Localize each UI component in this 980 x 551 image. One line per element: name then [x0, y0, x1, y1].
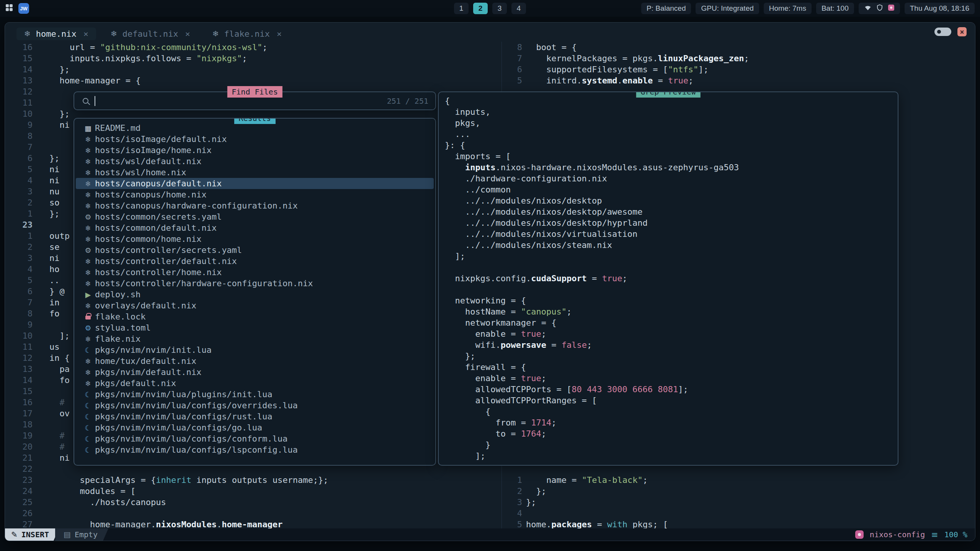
result-filename: hosts/controller/secrets.yaml	[95, 245, 242, 255]
workspace-switcher: 1234	[454, 3, 526, 14]
result-item[interactable]: ☾pkgs/nvim/nvim/lua/configs/overrides.lu…	[76, 400, 434, 411]
result-filename: hosts/controller/default.nix	[95, 256, 237, 266]
lua-icon: ☾	[81, 412, 95, 421]
tab-home.nix[interactable]: ❄home.nix×	[16, 28, 96, 40]
line-text: };	[33, 64, 70, 75]
workspace-3[interactable]: 3	[492, 3, 507, 14]
line-text	[33, 386, 49, 397]
result-item[interactable]: ❄hosts/wsl/home.nix	[76, 167, 434, 178]
result-item[interactable]: ☾pkgs/nvim/nvim/lua/configs/rust.lua	[76, 411, 434, 422]
result-item[interactable]: ❄flake.nix	[76, 333, 434, 344]
result-filename: hosts/canopus/default.nix	[95, 179, 222, 188]
result-item[interactable]: ❄hosts/canopus/default.nix	[76, 178, 434, 189]
workspace-2[interactable]: 2	[473, 3, 488, 14]
line-text	[33, 130, 49, 142]
module-1[interactable]: GPU: Integrated	[696, 3, 759, 14]
result-filename: pkgs/nvim/nvim/lua/configs/go.lua	[95, 423, 262, 432]
result-filename: hosts/wsl/default.nix	[95, 156, 201, 166]
editor-line[interactable]: 25 ./hosts/canopus	[5, 497, 501, 508]
workspace-4[interactable]: 4	[511, 3, 526, 14]
editor-line[interactable]: 6 supportedFilesystems = ["ntfs"];	[504, 64, 975, 75]
shield-icon[interactable]	[876, 4, 883, 13]
editor-line[interactable]: 4	[504, 508, 975, 519]
result-item[interactable]: ☾pkgs/nvim/nvim/lua/configs/lspconfig.lu…	[76, 444, 434, 455]
result-item[interactable]: ❄hosts/isoImage/home.nix	[76, 145, 434, 156]
line-text	[33, 142, 49, 153]
result-item[interactable]: ⚙hosts/controller/secrets.yaml	[76, 245, 434, 256]
result-item[interactable]: ☾pkgs/nvim/nvim/lua/configs/conform.lua	[76, 433, 434, 444]
editor-line[interactable]: 13 home-manager = {	[5, 75, 501, 86]
editor-line[interactable]: 5 initrd.systemd.enable = true;	[504, 75, 975, 86]
sh-icon: ▶	[81, 290, 95, 299]
result-item[interactable]: ❄hosts/common/default.nix	[76, 222, 434, 233]
editor-line[interactable]: 14 };	[5, 64, 501, 75]
module-2[interactable]: Home: 7ms	[764, 3, 812, 14]
result-item[interactable]: ❄hosts/isoImage/default.nix	[76, 134, 434, 145]
editor-line[interactable]: 26	[5, 508, 501, 519]
result-item[interactable]: ❄pkgs/nvim/default.nix	[76, 367, 434, 378]
find-files-popup: Find Files 251 / 251	[74, 91, 436, 110]
tab-default.nix[interactable]: ❄default.nix×	[103, 28, 198, 40]
line-number: 13	[5, 364, 33, 375]
lock-icon	[81, 313, 95, 321]
nix-icon: ❄	[81, 191, 95, 199]
module-3[interactable]: Bat: 100	[816, 3, 854, 14]
scroll-percent: 100 %	[944, 530, 967, 539]
editor-line[interactable]: 23 specialArgs = {inherit inputs outputs…	[5, 474, 501, 486]
line-text: inputs.nixpkgs.follows = "nixpkgs";	[33, 53, 247, 64]
result-item[interactable]: ☾pkgs/nvim/nvim/lua/configs/go.lua	[76, 422, 434, 433]
result-item[interactable]: ☾pkgs/nvim/nvim/lua/plugins/init.lua	[76, 389, 434, 400]
window-close-button[interactable]: ×	[957, 27, 967, 36]
editor-line[interactable]: 15 inputs.nixpkgs.follows = "nixpkgs";	[5, 53, 501, 64]
result-item[interactable]: ❄hosts/common/home.nix	[76, 233, 434, 245]
editor-line[interactable]: 16 url = "github:nix-community/nixos-wsl…	[5, 42, 501, 53]
clock[interactable]: Thu Aug 08, 18:16	[905, 3, 975, 14]
result-filename: hosts/isoImage/home.nix	[95, 145, 212, 155]
result-item[interactable]: ❄hosts/canopus/home.nix	[76, 189, 434, 200]
tray	[859, 3, 900, 14]
result-item[interactable]: ▦README.md	[76, 122, 434, 134]
palette-icon[interactable]	[888, 4, 895, 13]
result-filename: pkgs/nvim/nvim/lua/configs/rust.lua	[95, 412, 273, 421]
nix-icon: ❄	[81, 146, 95, 155]
yaml-icon: ⚙	[81, 213, 95, 221]
preview-line: inputs.nixos-hardware.nixosModules.asus-…	[445, 162, 898, 173]
result-item[interactable]: ❄hosts/controller/home.nix	[76, 267, 434, 278]
editor-line[interactable]: 2 };	[504, 486, 975, 497]
workspace-1[interactable]: 1	[454, 3, 469, 14]
editor-line[interactable]: 3};	[504, 497, 975, 508]
result-item[interactable]: ❄hosts/controller/default.nix	[76, 256, 434, 267]
result-item[interactable]: ☾pkgs/nvim/nvim/init.lua	[76, 344, 434, 355]
line-text: home-manager = {	[33, 75, 140, 86]
editor-line[interactable]: 24 modules = [	[5, 486, 501, 497]
result-item[interactable]: ❄hosts/canopus/hardware-configuration.ni…	[76, 200, 434, 211]
editor-line[interactable]: 7 kernelPackages = pkgs.linuxPackages_ze…	[504, 53, 975, 64]
result-item[interactable]: ❄home/tux/default.nix	[76, 355, 434, 367]
tab-flake.nix[interactable]: ❄flake.nix×	[205, 28, 289, 40]
editor-line[interactable]: 1 name = "Tela-black";	[504, 474, 975, 486]
tab-close-button[interactable]: ×	[277, 29, 282, 39]
line-number: 3	[5, 186, 33, 197]
result-filename: home/tux/default.nix	[95, 356, 196, 366]
line-number: 6	[504, 64, 522, 75]
result-item[interactable]: ▶deploy.sh	[76, 289, 434, 300]
line-text	[33, 463, 49, 474]
result-item[interactable]: flake.lock	[76, 311, 434, 322]
window-pin-toggle[interactable]	[934, 28, 951, 36]
apps-grid-icon[interactable]	[5, 4, 13, 13]
launcher-icon[interactable]: JW	[18, 3, 29, 14]
result-item[interactable]: ⚙hosts/common/secrets.yaml	[76, 211, 434, 222]
module-0[interactable]: P: Balanced	[641, 3, 691, 14]
tab-close-button[interactable]: ×	[185, 29, 190, 39]
result-item[interactable]: ❄hosts/controller/hardware-configuration…	[76, 278, 434, 289]
result-item[interactable]: ❄hosts/wsl/default.nix	[76, 156, 434, 167]
tab-close-button[interactable]: ×	[83, 29, 88, 39]
line-text: };	[33, 208, 60, 219]
wifi-icon[interactable]	[864, 4, 872, 13]
line-number: 1	[504, 474, 522, 486]
result-item[interactable]: ❄overlays/default.nix	[76, 300, 434, 311]
nix-icon: ❄	[212, 29, 219, 38]
result-item[interactable]: ❄pkgs/default.nix	[76, 378, 434, 389]
result-item[interactable]: ⚙stylua.toml	[76, 322, 434, 333]
editor-line[interactable]: 8 boot = {	[504, 42, 975, 53]
